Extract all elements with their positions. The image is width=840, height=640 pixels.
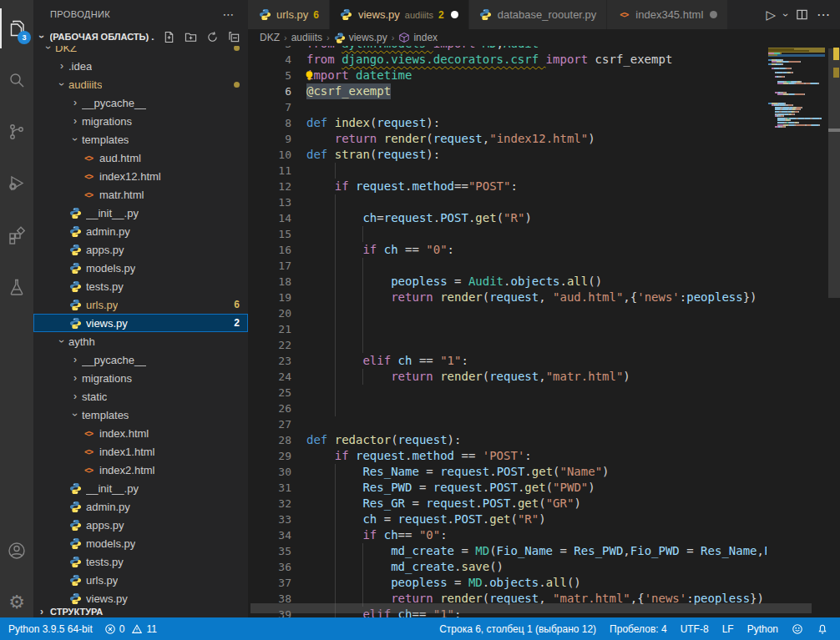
tree-item-urls-py[interactable]: urls.py [33,571,248,589]
workspace-section-header[interactable]: › (РАБОЧАЯ ОБЛАСТЬ) ... [33,28,248,46]
tree-item--pycache-[interactable]: ›__pycache__ [33,93,248,112]
code-line-15[interactable]: 15 [248,226,840,242]
tree-item--init-py[interactable]: __init__.py [33,204,248,222]
new-file-icon[interactable] [161,29,176,44]
code-line-12[interactable]: 12 if request.method=="POST": [248,179,840,194]
language-mode-status[interactable]: Python [747,623,778,635]
tree-item-urls-py[interactable]: urls.py6 [33,295,248,314]
code-line-11[interactable]: 11 [248,163,840,179]
unsaved-dot-icon[interactable] [710,11,717,18]
code-line-13[interactable]: 13 [248,194,840,210]
tree-item-index12-html[interactable]: <>index12.html [33,167,248,185]
code-line-25[interactable]: 25 [248,385,840,401]
code-line-16[interactable]: 16 if ch == "0": [248,242,840,258]
tree-item-matr-html[interactable]: <>matr.html [33,185,248,204]
code-line-37[interactable]: 37 peopless = MD.objects.all() [248,575,840,591]
code-line-36[interactable]: 36 md_create.save() [248,559,840,575]
code-line-31[interactable]: 31 Res_PWD = request.POST.get("PWD") [248,480,840,496]
code-line-17[interactable]: 17 [248,258,840,274]
code-line-28[interactable]: 28def redactor(request): [248,432,840,448]
code-line-34[interactable]: 34 if ch== "0": [248,527,840,543]
code-line-23[interactable]: 23 elif ch == "1": [248,353,840,369]
tree-item-aud-html[interactable]: <>aud.html [33,149,248,167]
minimap[interactable] [767,48,827,617]
tree-item-index1-html[interactable]: <>index1.html [33,442,248,461]
tree-item-migrations[interactable]: ›migrations [33,369,248,387]
code-line-18[interactable]: 18 peopless = Audit.objects.all() [248,274,840,290]
tab-views-py[interactable]: views.pyaudiiits2 [330,0,469,29]
activitybar-extensions-icon[interactable] [0,215,33,255]
scrollbar-thumb[interactable] [828,48,840,298]
tree-item-templates[interactable]: ›templates [33,130,248,149]
tree-item-templates[interactable]: ›templates [33,406,248,424]
breadcrumb-item-index[interactable]: index [398,32,438,43]
activitybar-testing-icon[interactable] [0,267,33,307]
activitybar-source-control-icon[interactable] [0,112,33,152]
code-line-5[interactable]: 5import datetime [248,68,840,83]
code-line-27[interactable]: 27 [248,416,840,432]
code-line-24[interactable]: 24 return render(request,"matr.html") [248,369,840,385]
tree-item--idea[interactable]: ›.idea [33,57,248,75]
breadcrumb-item-views-py[interactable]: views.py [334,32,387,43]
tree-item-migrations[interactable]: ›migrations [33,112,248,130]
run-dropdown-icon[interactable]: › [780,13,792,17]
lightbulb-icon[interactable] [303,69,316,82]
encoding-status[interactable]: UTF-8 [681,623,709,635]
code-line-10[interactable]: 10def stran(request): [248,147,840,163]
refresh-icon[interactable] [205,29,220,44]
tree-item-audiiits[interactable]: ›audiiits [33,75,248,93]
tree-item-apps-py[interactable]: apps.py [33,240,248,259]
tree-item-tests-py[interactable]: tests.py [33,552,248,571]
code-line-9[interactable]: 9 return render(request,"index12.html") [248,131,840,147]
tree-item-tests-py[interactable]: tests.py [33,277,248,295]
code-line-20[interactable]: 20 [248,305,840,321]
activitybar-account-icon[interactable] [0,531,33,571]
code-line-32[interactable]: 32 Res_GR = request.POST.get("GR") [248,496,840,511]
tree-item-views-py[interactable]: views.py2 [33,314,248,332]
code-line-7[interactable]: 7 [248,99,840,115]
code-line-33[interactable]: 33 ch = request.POST.get("R") [248,511,840,527]
code-line-30[interactable]: 30 Res_Name = request.POST.get("Name") [248,464,840,480]
tree-item--init-py[interactable]: __init__.py [33,479,248,497]
code-line-26[interactable]: 26 [248,401,840,416]
tab-database-roouter-py[interactable]: database_roouter.py [469,0,608,29]
tree-item-index2-html[interactable]: <>index2.html [33,461,248,479]
breadcrumb-item-audiiits[interactable]: audiiits [291,32,322,43]
breadcrumb-item-DKZ[interactable]: DKZ [260,32,280,43]
explorer-more-icon[interactable]: ⋯ [223,8,235,21]
outline-section-header[interactable]: › СТРУКТУРА [33,605,248,617]
indentation-status[interactable]: Пробелов: 4 [610,623,667,635]
activitybar-search-icon[interactable] [0,60,33,100]
cursor-position-status[interactable]: Строка 6, столбец 1 (выбрано 12) [439,623,596,635]
split-editor-icon[interactable] [796,8,808,21]
tab-index345-html[interactable]: <>index345.html [607,0,728,29]
code-line-35[interactable]: 35 md_create = MD(Fio_Name = Res_PWD,Fio… [248,543,840,559]
tree-item-aythh[interactable]: ›aythh [33,332,248,350]
code-line-14[interactable]: 14 ch=request.POST.get("R") [248,210,840,226]
tree-item-models-py[interactable]: models.py [33,534,248,552]
unsaved-dot-icon[interactable] [451,11,458,18]
horizontal-scrollbar[interactable] [250,603,812,613]
code-line-22[interactable]: 22 [248,337,840,353]
tree-item-index-html[interactable]: <>index.html [33,424,248,442]
code-editor[interactable]: 3from aythh.models import MD,Audit4from … [248,46,840,617]
tree-item-static[interactable]: ›static [33,387,248,406]
run-button[interactable]: ▷ [766,8,776,23]
new-folder-icon[interactable] [183,29,198,44]
code-line-29[interactable]: 29 if request.method == 'POST': [248,448,840,464]
code-line-21[interactable]: 21 [248,321,840,337]
code-line-3[interactable]: 3from aythh.models import MD,Audit [248,46,840,52]
collapse-all-icon[interactable] [226,29,241,44]
tree-item-admin-py[interactable]: admin.py [33,497,248,516]
tab-urls-py[interactable]: urls.py6 [248,0,330,29]
code-line-8[interactable]: 8def index(request): [248,115,840,131]
tree-item--pycache-[interactable]: ›__pycache__ [33,350,248,369]
notifications-bell-icon[interactable] [817,623,828,635]
feedback-icon[interactable] [792,623,803,635]
problems-status[interactable]: 0 11 [104,623,157,635]
tree-item-apps-py[interactable]: apps.py [33,516,248,534]
python-interpreter-status[interactable]: Python 3.9.5 64-bit [8,623,93,635]
activitybar-run-debug-icon[interactable] [0,164,33,204]
code-line-6[interactable]: 6@csrf_exempt [248,83,840,99]
activitybar-explorer-icon[interactable]: 3 [0,8,33,48]
